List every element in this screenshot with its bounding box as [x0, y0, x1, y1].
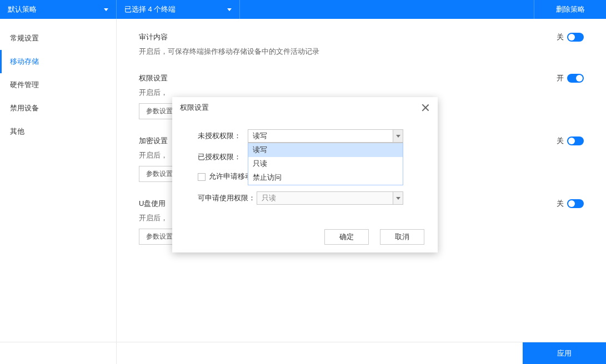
request-label: 可申请使用权限：	[198, 194, 257, 203]
dropdown-button[interactable]	[393, 192, 403, 204]
dropdown-option[interactable]: 读写	[248, 143, 403, 157]
modal-title: 权限设置	[180, 103, 209, 113]
permission-modal: 权限设置 未授权权限： 读写 读写 只读 禁止访问	[172, 97, 438, 252]
auth-label: 已授权权限：	[198, 153, 248, 162]
chevron-down-icon	[396, 135, 400, 138]
unauth-select[interactable]: 读写	[248, 129, 403, 143]
modal-overlay: 权限设置 未授权权限： 读写 读写 只读 禁止访问	[0, 0, 606, 364]
dropdown-option[interactable]: 只读	[248, 157, 403, 171]
ok-label: 确定	[339, 232, 354, 242]
request-select[interactable]: 只读	[257, 191, 403, 205]
allow-apply-checkbox[interactable]	[198, 173, 206, 181]
ok-button[interactable]: 确定	[324, 229, 369, 245]
unauth-select-value: 读写	[253, 132, 267, 141]
close-icon[interactable]	[421, 103, 430, 112]
dropdown-option[interactable]: 禁止访问	[248, 171, 403, 185]
unauth-dropdown: 读写 只读 禁止访问	[248, 143, 403, 185]
request-select-value: 只读	[262, 194, 276, 203]
dropdown-button[interactable]	[393, 130, 403, 142]
unauth-label: 未授权权限：	[198, 132, 248, 141]
chevron-down-icon	[396, 197, 400, 200]
cancel-button[interactable]: 取消	[380, 229, 424, 245]
cancel-label: 取消	[395, 232, 409, 242]
